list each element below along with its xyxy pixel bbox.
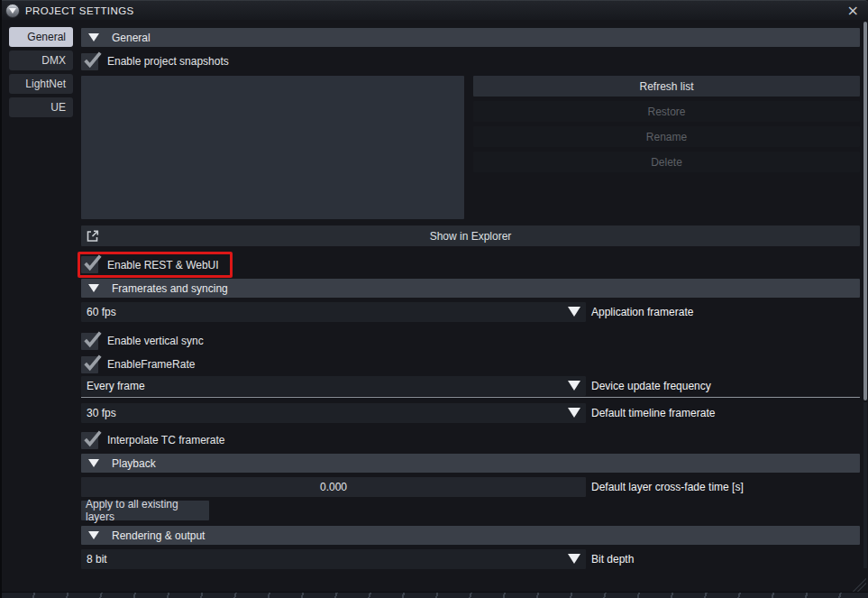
crossfade-label: Default layer cross-fade time [s] — [591, 481, 744, 493]
chevron-down-icon — [568, 408, 580, 418]
project-settings-window: { "window": { "title": "PROJECT SETTINGS… — [0, 0, 868, 598]
chevron-down-icon — [568, 307, 580, 317]
section-header-framerates[interactable]: Framerates and syncing — [81, 279, 860, 298]
enable-snapshots-checkbox[interactable] — [81, 53, 98, 70]
section-label: General — [112, 32, 151, 44]
background-timeline-strip — [2, 592, 868, 598]
settings-panel: General Enable project snapshots Refresh… — [81, 20, 860, 569]
sidebar: General DMX LightNet UE — [9, 27, 73, 121]
show-in-explorer-label: Show in Explorer — [430, 230, 512, 243]
interpolate-row: Interpolate TC framerate — [81, 431, 860, 449]
bit-depth-row: 8 bit Bit depth — [81, 549, 860, 569]
window-title: PROJECT SETTINGS — [25, 5, 134, 16]
device-update-dropdown[interactable]: Every frame — [81, 376, 586, 396]
sidebar-tab-ue[interactable]: UE — [9, 97, 73, 117]
vertical-scrollbar[interactable] — [863, 22, 867, 400]
bit-depth-dropdown[interactable]: 8 bit — [81, 549, 586, 569]
enable-framerate-checkbox[interactable] — [81, 356, 98, 373]
check-icon — [82, 329, 102, 349]
vsync-checkbox[interactable] — [81, 333, 98, 350]
chevron-down-icon — [568, 381, 580, 391]
show-in-explorer-button[interactable]: Show in Explorer — [81, 225, 860, 246]
app-framerate-row: 60 fps Application framerate — [81, 302, 860, 322]
vsync-label: Enable vertical sync — [107, 335, 204, 347]
crossfade-row: 0.000 Default layer cross-fade time [s] — [81, 477, 860, 497]
enable-snapshots-row: Enable project snapshots — [81, 52, 860, 70]
section-header-rendering[interactable]: Rendering & output — [81, 526, 860, 545]
snapshot-buttons: Refresh list Restore Rename Delete — [473, 76, 860, 219]
external-link-icon — [85, 228, 100, 244]
divider — [81, 397, 860, 398]
interpolate-label: Interpolate TC framerate — [107, 434, 225, 446]
dropdown-value: 8 bit — [87, 553, 107, 566]
crossfade-input[interactable]: 0.000 — [81, 477, 586, 497]
dropdown-value: Every frame — [87, 380, 145, 392]
check-icon — [82, 353, 102, 373]
rest-webui-row: Enable REST & WebUI — [78, 252, 860, 278]
refresh-list-button[interactable]: Refresh list — [473, 76, 860, 97]
apply-all-layers-button[interactable]: Apply to all existing layers — [81, 501, 209, 520]
bit-depth-label: Bit depth — [591, 553, 634, 566]
titlebar: PROJECT SETTINGS × — [2, 0, 868, 20]
enable-snapshots-label: Enable project snapshots — [107, 55, 229, 68]
check-icon — [82, 253, 102, 272]
close-icon[interactable]: × — [847, 4, 859, 18]
dropdown-value: 30 fps — [87, 407, 116, 419]
rest-webui-label: Enable REST & WebUI — [107, 259, 219, 271]
timeline-framerate-label: Default timeline framerate — [591, 407, 715, 419]
rename-button[interactable]: Rename — [473, 126, 860, 147]
collapse-triangle-icon — [88, 531, 99, 539]
collapse-triangle-icon — [88, 284, 99, 292]
enable-framerate-label: EnableFrameRate — [107, 358, 195, 371]
collapse-triangle-icon — [88, 33, 99, 41]
timeline-framerate-row: 30 fps Default timeline framerate — [81, 403, 860, 423]
app-framerate-dropdown[interactable]: 60 fps — [81, 302, 586, 322]
section-label: Framerates and syncing — [112, 282, 228, 295]
device-update-row: Every frame Device update frequency — [81, 376, 860, 396]
snapshot-area: Refresh list Restore Rename Delete — [81, 76, 860, 219]
rest-webui-checkbox[interactable] — [81, 256, 98, 273]
chevron-down-icon — [568, 554, 580, 564]
delete-button[interactable]: Delete — [473, 152, 860, 172]
rest-webui-highlight: Enable REST & WebUI — [78, 252, 233, 278]
check-icon — [82, 428, 102, 448]
vsync-row: Enable vertical sync — [81, 332, 860, 350]
section-header-playback[interactable]: Playback — [81, 454, 860, 473]
collapse-triangle-icon — [88, 459, 99, 467]
section-header-general[interactable]: General — [81, 28, 860, 47]
sidebar-tab-dmx[interactable]: DMX — [9, 51, 73, 70]
section-label: Rendering & output — [112, 529, 205, 542]
check-icon — [82, 50, 102, 69]
interpolate-checkbox[interactable] — [81, 432, 98, 449]
restore-button[interactable]: Restore — [473, 101, 860, 122]
dropdown-value: 60 fps — [87, 306, 116, 318]
sidebar-tab-general[interactable]: General — [9, 27, 73, 47]
sidebar-tab-lightnet[interactable]: LightNet — [9, 74, 73, 94]
app-framerate-label: Application framerate — [591, 306, 693, 318]
section-label: Playback — [112, 457, 156, 470]
resize-grip[interactable] — [852, 578, 866, 593]
device-update-label: Device update frequency — [591, 380, 711, 392]
enable-framerate-row: EnableFrameRate — [81, 355, 860, 373]
crossfade-value: 0.000 — [320, 481, 347, 493]
scrollbar-track — [863, 402, 867, 568]
timeline-framerate-dropdown[interactable]: 30 fps — [81, 403, 586, 423]
snapshot-list[interactable] — [81, 76, 464, 219]
app-logo-icon — [5, 4, 20, 18]
